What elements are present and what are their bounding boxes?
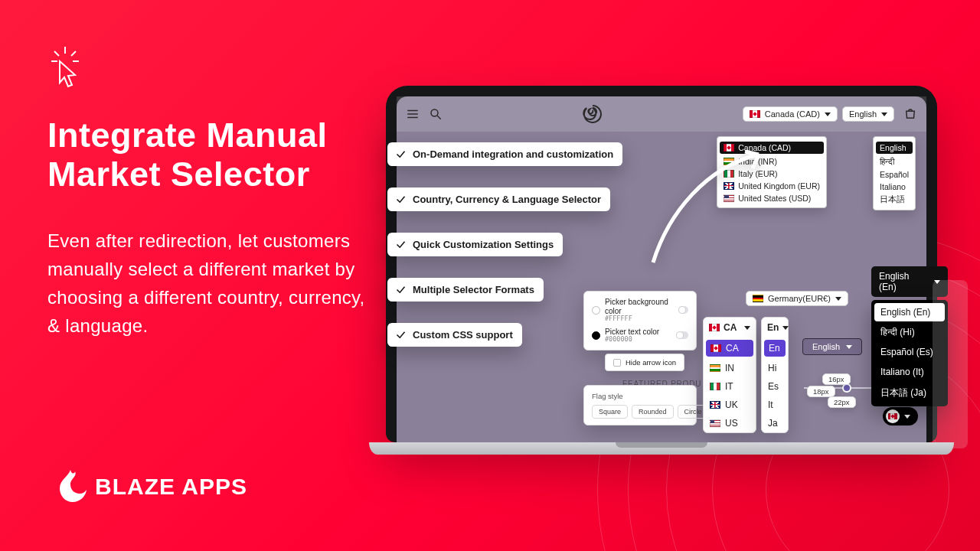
feature-chip: Custom CSS support: [387, 323, 522, 347]
svg-line-1: [54, 51, 59, 56]
language-selector[interactable]: English: [842, 106, 894, 122]
size-chip-18: 18px: [807, 386, 835, 397]
compact-lang-option[interactable]: Ja: [762, 414, 788, 432]
picker-color-panel: Picker background color#FFFFFF Picker te…: [583, 291, 697, 350]
store-logo-icon: [581, 103, 604, 126]
compact-lang-option[interactable]: It: [762, 396, 788, 414]
country-selector[interactable]: Canada (CAD): [743, 106, 838, 122]
compact-country-head[interactable]: CA: [704, 318, 756, 337]
compact-country-option[interactable]: IT: [704, 377, 756, 396]
flame-icon: [60, 470, 90, 504]
hide-arrow-option[interactable]: Hide arrow icon: [605, 354, 684, 371]
cart-icon[interactable]: [903, 107, 917, 121]
store-header: Canada (CAD) English: [397, 96, 926, 132]
search-icon[interactable]: [429, 107, 443, 121]
size-chip-22: 22px: [828, 396, 856, 408]
compact-country-option[interactable]: CA: [706, 340, 753, 357]
selector-germany[interactable]: Germany(EUR€): [746, 291, 848, 306]
laptop-mockup: Canada (CAD) English Canada (CAD)India (…: [386, 86, 937, 455]
feature-chip: On-Demand integration and customization: [387, 142, 622, 166]
cursor-icon: [47, 44, 83, 92]
compact-lang-option[interactable]: Hi: [762, 359, 788, 377]
picker-bg-toggle[interactable]: [678, 306, 688, 314]
feature-chip: Multiple Selector Formats: [387, 278, 544, 302]
language-option[interactable]: 日本語: [874, 193, 915, 207]
svg-point-8: [431, 109, 438, 116]
compact-country-option[interactable]: US: [704, 414, 756, 432]
flag-style-option[interactable]: Rounded: [632, 405, 674, 419]
language-option[interactable]: Español: [874, 168, 915, 181]
feature-chip: Quick Customization Settings: [387, 233, 563, 256]
compact-country-list[interactable]: CACAINITUKUS: [703, 317, 756, 433]
flag-style-panel: Flag style SquareRoundedCircle: [583, 385, 697, 425]
app-screen: Canada (CAD) English Canada (CAD)India (…: [397, 96, 926, 442]
svg-line-2: [71, 51, 76, 56]
compact-language-list[interactable]: EnEnHiEsItJa: [761, 317, 789, 433]
menu-icon[interactable]: [406, 107, 420, 121]
page-description: Even after redirection, let customers ma…: [47, 227, 377, 341]
size-slider-thumb[interactable]: [844, 385, 850, 391]
flag-style-option[interactable]: Square: [592, 405, 628, 419]
laptop-base: [369, 442, 954, 455]
brand-logo: BLAZE APPS: [60, 470, 247, 504]
svg-line-9: [437, 116, 441, 119]
language-option[interactable]: हिन्दी: [874, 155, 915, 168]
compact-lang-option[interactable]: En: [764, 340, 786, 357]
picker-bg-label: Picker background color: [605, 298, 674, 315]
size-chip-16: 16px: [822, 373, 851, 385]
pill-selector-dark[interactable]: [883, 407, 918, 425]
decorative-card: [933, 280, 968, 448]
compact-lang-head[interactable]: En: [762, 318, 788, 337]
language-dropdown[interactable]: Englishहिन्दीEspañolItaliano日本語: [873, 136, 916, 210]
compact-country-option[interactable]: UK: [704, 396, 756, 414]
arrow-icon: [638, 144, 776, 266]
language-option[interactable]: Italiano: [874, 181, 915, 193]
feature-chip: Country, Currency & Language Selector: [387, 187, 610, 211]
selector-english-boxed[interactable]: English: [802, 338, 862, 355]
picker-text-toggle[interactable]: [676, 331, 688, 339]
language-option[interactable]: English: [876, 142, 913, 154]
compact-country-option[interactable]: IN: [704, 359, 756, 377]
page-title: Integrate Manual Market Selector: [47, 116, 377, 194]
compact-lang-option[interactable]: Es: [762, 377, 788, 396]
